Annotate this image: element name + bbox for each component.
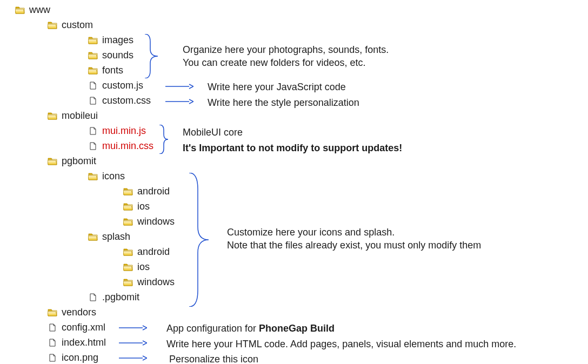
file-icon (88, 82, 98, 90)
arrow-right-icon (165, 98, 193, 105)
arrow-right-icon (165, 83, 193, 90)
folder-label: android (137, 246, 170, 258)
folder-label: sounds (102, 50, 133, 61)
arrow-right-icon (119, 340, 147, 346)
file-label: custom.js (102, 80, 143, 91)
folder-icon (123, 263, 133, 271)
note-mui-core: MobileUI core (183, 126, 243, 139)
bracket-icon (158, 125, 169, 154)
file-icon (48, 354, 57, 362)
note-index-html: Write here your HTML code. Add pages, pa… (166, 338, 516, 350)
folder-icon (123, 187, 133, 196)
tree-row-folder: pgbomit (48, 153, 584, 168)
file-label: icon.png (62, 352, 98, 363)
file-icon (88, 97, 98, 105)
tree-row-folder: icons (88, 168, 584, 184)
note-organize: Organize here your photographs, sounds, … (183, 43, 389, 70)
arrow-right-icon (119, 325, 147, 331)
tree-row-folder: custom (48, 17, 584, 32)
file-icon (88, 127, 98, 135)
folder-label: ios (137, 201, 150, 212)
note-line: Organize here your photographs, sounds, … (183, 44, 389, 55)
file-label: config.xml (62, 322, 105, 333)
folder-label: pgbomit (62, 156, 96, 167)
folder-icon (88, 233, 98, 241)
file-tree-diagram: www custom images sounds fonts custom.js… (4, 2, 584, 364)
note-line: Note that the files already exist, you m… (227, 240, 481, 251)
folder-label: windows (137, 277, 175, 288)
file-label: .pgbomit (102, 292, 139, 303)
folder-icon (88, 36, 98, 44)
folder-label: splash (102, 231, 130, 242)
folder-icon (48, 112, 57, 120)
tree-row-folder: mobileui (48, 108, 584, 123)
note-text-bold: PhoneGap Build (259, 323, 335, 334)
folder-label: mobileui (62, 110, 98, 122)
folder-icon (48, 21, 57, 29)
file-icon (48, 323, 57, 332)
arrow-right-icon (119, 355, 147, 361)
note-line: You can create new folders for videos, e… (183, 57, 366, 68)
file-icon (88, 293, 98, 301)
tree-row-root: www (15, 2, 584, 17)
file-label: mui.min.js (102, 125, 146, 137)
note-line: Customize here your icons and splash. (227, 227, 395, 238)
folder-label: windows (137, 216, 175, 227)
folder-icon (88, 172, 98, 180)
note-config: App configuration for PhoneGap Build (166, 322, 335, 335)
folder-label: vendors (62, 307, 96, 318)
file-icon (48, 339, 57, 347)
bracket-icon (144, 34, 159, 78)
folder-icon (123, 218, 133, 226)
note-custom-css: Write here the style personalization (208, 96, 359, 109)
folder-label: ios (137, 261, 150, 273)
note-mui-warn: It's Important to not modify to support … (183, 141, 402, 154)
file-label: custom.css (102, 95, 151, 106)
folder-label: custom (62, 19, 93, 31)
note-icon-png: Personalize this icon (169, 353, 258, 364)
folder-icon (123, 248, 133, 256)
folder-icon (88, 51, 98, 59)
tree-row-file: .pgbomit (88, 289, 584, 305)
folder-icon (123, 278, 133, 286)
tree-row-folder: vendors (48, 305, 584, 320)
folder-label: icons (102, 171, 125, 182)
file-icon (88, 142, 98, 150)
folder-icon (48, 308, 57, 316)
folder-label: android (137, 186, 170, 197)
file-label: index.html (62, 337, 106, 348)
folder-icon (15, 6, 25, 14)
file-label: mui.min.css (102, 140, 153, 152)
folder-label: www (29, 4, 50, 16)
note-text: App configuration for (166, 323, 259, 334)
folder-label: images (102, 35, 133, 46)
note-customize: Customize here your icons and splash. No… (227, 226, 481, 252)
folder-icon (48, 157, 57, 165)
note-custom-js: Write here your JavaScript code (208, 80, 346, 93)
folder-label: fonts (102, 65, 123, 76)
bracket-icon (188, 173, 210, 307)
folder-icon (88, 66, 98, 75)
folder-icon (123, 203, 133, 211)
